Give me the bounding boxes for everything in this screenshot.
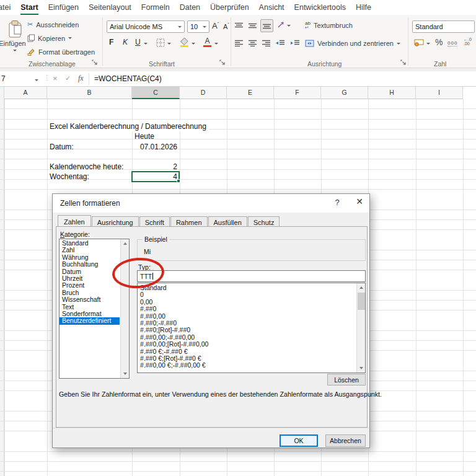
beispiel-label: Beispiel xyxy=(143,236,169,243)
name-box-dropdown-icon[interactable] xyxy=(35,79,38,83)
format-painter-button[interactable]: Format übertragen xyxy=(27,48,95,56)
decrease-font-icon[interactable]: Aˇ xyxy=(223,22,229,30)
borders-dropdown-icon[interactable] xyxy=(167,43,171,46)
font-color-icon[interactable]: A xyxy=(203,37,211,47)
align-left-icon[interactable] xyxy=(234,40,244,46)
column-header[interactable]: A xyxy=(4,87,47,99)
font-name-select[interactable]: Arial Unicode MS xyxy=(107,20,185,33)
formula-input[interactable]: =WOCHENTAG(C4) xyxy=(94,74,162,83)
typ-input[interactable]: TTT xyxy=(137,270,366,282)
align-bottom-icon[interactable] xyxy=(260,19,273,32)
column-header[interactable]: I xyxy=(416,87,463,99)
delete-format-button[interactable]: Löschen xyxy=(327,374,366,386)
format-item[interactable]: #.##0 xyxy=(138,306,356,312)
cancel-button[interactable]: Abbrechen xyxy=(325,434,366,447)
insert-function-icon[interactable]: fx xyxy=(78,74,84,83)
column-header[interactable]: H xyxy=(368,87,416,99)
menu-tab[interactable]: Start xyxy=(20,3,38,15)
fill-color-icon[interactable] xyxy=(180,37,189,47)
format-item[interactable]: #.##0,00;[Rot]-#.##0,00 xyxy=(138,341,356,348)
cell-C4[interactable]: 07.01.2026 xyxy=(132,142,177,152)
format-item[interactable]: Standard xyxy=(138,284,356,291)
menu-tab[interactable]: Ansicht xyxy=(259,3,284,14)
category-item[interactable]: Wissenschaft xyxy=(60,296,120,303)
format-item[interactable]: 0 xyxy=(138,291,356,298)
menu-tab[interactable]: Datei xyxy=(0,3,11,14)
number-format-select[interactable]: Standard xyxy=(412,20,475,33)
menu-tab[interactable]: Überprüfen xyxy=(210,3,249,14)
align-right-icon[interactable] xyxy=(262,40,271,46)
dialog-close-icon[interactable]: ✕ xyxy=(351,196,368,209)
clipboard-dialog-launcher[interactable] xyxy=(92,60,98,66)
scroll-down-icon[interactable] xyxy=(121,369,130,378)
selected-cell-outline[interactable] xyxy=(131,171,180,182)
cell-B2[interactable]: Excel Kalenderberechnung / Datumberechnu… xyxy=(50,121,209,131)
scrollbar-thumb[interactable] xyxy=(358,293,365,310)
font-size-select[interactable]: 10 xyxy=(187,20,209,33)
scroll-up-icon[interactable] xyxy=(357,283,366,292)
comma-style-icon[interactable]: 000 xyxy=(447,40,457,46)
bold-button[interactable]: F xyxy=(109,38,113,46)
accounting-format-icon[interactable] xyxy=(414,38,425,46)
cell-B6[interactable]: Kalenderwoche heute: xyxy=(50,162,123,172)
wrap-text-button[interactable]: ab↵ Textumbruch xyxy=(305,21,353,30)
font-dialog-launcher[interactable] xyxy=(219,60,226,66)
menu-tab[interactable]: Hilfe xyxy=(356,3,371,14)
category-item[interactable]: Buchhaltung xyxy=(60,261,120,268)
dialog-title-bar[interactable]: Zellen formatieren ? ✕ xyxy=(53,194,369,213)
column-header[interactable]: C xyxy=(132,87,180,99)
merge-dropdown-icon[interactable] xyxy=(397,43,400,46)
underline-button[interactable]: U xyxy=(135,38,141,46)
percent-style-icon[interactable]: % xyxy=(435,37,443,47)
alignment-dialog-launcher[interactable] xyxy=(400,60,407,66)
menu-tab[interactable]: Formeln xyxy=(141,3,170,14)
cell-C6[interactable]: 2 xyxy=(132,162,177,172)
column-header[interactable]: E xyxy=(227,87,274,99)
enter-formula-icon[interactable]: ✓ xyxy=(65,74,71,82)
fill-handle[interactable] xyxy=(177,179,180,183)
orientation-icon[interactable] xyxy=(277,20,286,29)
column-header[interactable]: D xyxy=(180,87,227,99)
accounting-dropdown-icon[interactable] xyxy=(426,43,430,46)
format-item[interactable]: 0,00 xyxy=(138,299,356,306)
align-top-icon[interactable] xyxy=(234,22,244,29)
column-header[interactable]: F xyxy=(274,87,321,99)
dialog-help-icon[interactable]: ? xyxy=(330,198,344,209)
borders-icon[interactable] xyxy=(156,38,165,47)
font-color-dropdown-icon[interactable] xyxy=(214,43,218,46)
align-center-icon[interactable] xyxy=(248,40,257,46)
paste-dropdown-icon[interactable] xyxy=(13,50,17,53)
align-middle-icon[interactable] xyxy=(248,22,257,29)
column-header[interactable]: G xyxy=(321,87,368,99)
cell-C3[interactable]: Heute xyxy=(134,131,154,141)
add-decimal-icon[interactable]: ←.0.00 xyxy=(464,37,472,46)
underline-dropdown-icon[interactable] xyxy=(144,43,148,46)
ok-button[interactable]: OK xyxy=(280,434,318,447)
italic-button[interactable]: K xyxy=(123,38,128,46)
cell-B7[interactable]: Wochentag: xyxy=(50,172,89,182)
scroll-down-icon[interactable] xyxy=(357,364,366,372)
menu-tab[interactable]: Einfügen xyxy=(48,3,79,14)
copy-button[interactable]: Kopieren xyxy=(27,34,72,42)
fill-color-dropdown-icon[interactable] xyxy=(192,43,195,46)
cut-button[interactable]: ✂ Ausschneiden xyxy=(27,20,79,29)
menu-tab[interactable]: Entwicklertools xyxy=(294,3,346,14)
scroll-up-icon[interactable] xyxy=(121,239,130,248)
column-header[interactable]: B xyxy=(47,87,132,99)
decrease-indent-icon[interactable] xyxy=(275,40,285,46)
increase-font-icon[interactable]: Aˆ xyxy=(212,21,219,30)
name-box[interactable]: 7 xyxy=(1,74,6,83)
copy-dropdown-icon[interactable] xyxy=(68,37,72,41)
paste-button[interactable]: Einfügen xyxy=(4,20,26,56)
menu-tab[interactable]: Seitenlayout xyxy=(89,3,131,14)
merge-center-button[interactable]: Verbinden und zentrieren xyxy=(305,40,400,47)
cancel-formula-icon[interactable]: × xyxy=(53,74,58,83)
orientation-dropdown-icon[interactable] xyxy=(287,25,291,29)
increase-indent-icon[interactable] xyxy=(290,40,300,46)
cell-B4[interactable]: Datum: xyxy=(50,142,74,152)
format-scrollbar[interactable] xyxy=(356,283,365,372)
category-item[interactable]: Benutzerdefiniert xyxy=(60,317,120,324)
menu-tab[interactable]: Daten xyxy=(180,3,200,14)
format-item[interactable]: #.##0,00 €;-#.##0,00 € xyxy=(138,362,356,369)
format-painter-icon xyxy=(27,48,35,56)
